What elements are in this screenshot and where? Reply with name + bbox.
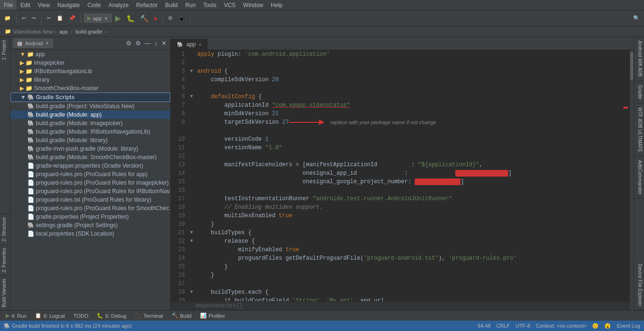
editor-scrollbar[interactable] xyxy=(630,50,634,310)
tree-build-gradle-library[interactable]: 🐘 build.gradle (Module: library) xyxy=(10,136,170,144)
status-event-log[interactable]: Event Log xyxy=(617,323,640,329)
android-dropdown[interactable]: 🤖 Android ▼ xyxy=(13,39,53,48)
menu-build[interactable]: Build xyxy=(161,0,182,10)
toolbar-avd-manager[interactable]: 📱 xyxy=(176,14,187,23)
right-tab-device-explorer[interactable]: Device File Explorer xyxy=(634,260,644,310)
status-linesep[interactable]: CRLF xyxy=(496,323,510,329)
tree-build-gradle-app[interactable]: 🐘 build.gradle (Module: app) xyxy=(10,110,170,119)
tree-build-gradle-imagepicker[interactable]: 🐘 build.gradle (Module: imagepicker) xyxy=(10,119,170,127)
tree-proguard-imagepicker[interactable]: 📄 proguard-rules.pro (ProGuard Rules for… xyxy=(10,178,170,187)
bc-app[interactable]: app xyxy=(58,29,70,34)
right-tab-adb-commander[interactable]: AdbCommander xyxy=(634,156,644,199)
tree-proguard-smooth[interactable]: 📄 proguard-rules.pro (ProGuard Rules for… xyxy=(10,204,170,212)
tree-label-proguard-txt: proguard-rules.txt (ProGuard Rules for l… xyxy=(36,196,151,203)
tree-build-gradle-smooth[interactable]: 🐘 build.gradle (Module: SmoothCheckBox-m… xyxy=(10,153,170,161)
toolbar-cut[interactable]: ✂ xyxy=(44,14,53,23)
menu-help[interactable]: Help xyxy=(267,0,286,10)
code-line-17: 17 testInstrumentationRunner "androidx.t… xyxy=(171,195,634,203)
tree-item-app[interactable]: ▼ 📁 app xyxy=(10,50,170,59)
menu-window[interactable]: Window xyxy=(239,0,267,10)
right-tab-gradle[interactable]: Gradle xyxy=(634,81,644,103)
toolbar-copy[interactable]: 📋 xyxy=(54,14,66,23)
panel-expand-btn[interactable]: ↕ xyxy=(154,39,159,48)
menu-vcs[interactable]: VCS xyxy=(220,0,240,10)
logcat-icon: 📋 xyxy=(35,313,42,319)
tree-item-library[interactable]: ▶ 📁 library xyxy=(10,76,170,84)
toolbar-project-btn[interactable]: 📁 xyxy=(2,14,13,23)
menu-file[interactable]: File xyxy=(0,0,17,10)
file-icon-wrapper: 📄 xyxy=(27,162,34,169)
left-tab-structure[interactable]: 2: Structure xyxy=(0,214,10,245)
project-panel-header: 🤖 Android ▼ ⚙ ⚙ — ↕ ✕ xyxy=(10,37,170,50)
right-tab-wifi-adb[interactable]: Android Wifi ADB xyxy=(634,37,644,81)
run-button[interactable]: ▶ xyxy=(113,12,123,24)
folder-icon-app: ▼ 📁 xyxy=(20,51,34,58)
menu-run[interactable]: Run xyxy=(182,0,200,10)
menu-analyze[interactable]: Analyze xyxy=(105,0,133,10)
tree-item-smoothcheckbox[interactable]: ▶ 📁 SmoothCheckBox-master xyxy=(10,84,170,93)
breadcrumb-project[interactable]: 📁 xyxy=(4,28,12,34)
tree-proguard-app[interactable]: 📄 proguard-rules.pro (ProGuard Rules for… xyxy=(10,170,170,178)
editor-tab-app[interactable]: 🐘 app × xyxy=(171,39,208,50)
left-tab-build-variants[interactable]: Build Variants xyxy=(0,275,10,310)
tree-section-gradle[interactable]: ▼ 🐘 Gradle Scripts xyxy=(10,93,170,102)
tree-item-imagepicker[interactable]: ▶ 📁 imagepicker xyxy=(10,59,170,67)
debug-icon: 🐛 xyxy=(97,313,103,319)
tree-gradle-mvn-push[interactable]: 🐘 gradle-mvn-push.gradle (Module: librar… xyxy=(10,144,170,153)
terminal-label: Terminal xyxy=(143,313,163,319)
toolbar-sep-5 xyxy=(190,14,191,23)
status-position[interactable]: 64:48 xyxy=(477,323,491,329)
bottom-logcat-tool[interactable]: 📋 6: Logcat xyxy=(31,312,68,320)
toolbar-sdk-manager[interactable]: ⚙ xyxy=(166,14,175,23)
bottom-build-tool[interactable]: 🔨 Build xyxy=(168,312,195,320)
toolbar-undo[interactable]: ↩ xyxy=(19,14,28,23)
bottom-profiler-tool[interactable]: 📊 Profiler xyxy=(196,312,229,320)
status-encoding[interactable]: UTF-8 xyxy=(516,323,530,329)
menu-refactor[interactable]: Refactor xyxy=(133,0,161,10)
panel-gear-btn[interactable]: ⚙ xyxy=(134,39,142,48)
toolbar-search[interactable]: 🔍 xyxy=(631,14,642,23)
tree-build-gradle-ir[interactable]: 🐘 build.gradle (Module: IRBottomNavigati… xyxy=(10,127,170,136)
tree-label-proguard-ip: proguard-rules.pro (ProGuard Rules for i… xyxy=(36,179,168,186)
bc-sep-1: VideoStatus New xyxy=(12,29,54,34)
debug-button[interactable]: 🐛 xyxy=(124,13,137,24)
tab-close-btn[interactable]: × xyxy=(199,42,201,47)
bottom-terminal-tool[interactable]: ⬛ Terminal xyxy=(131,312,167,320)
panel-close-btn[interactable]: ✕ xyxy=(160,39,167,48)
right-tab-wtf-adb[interactable]: WTF ADB ULTIMATE xyxy=(634,103,644,156)
left-tab-project[interactable]: 1: Project xyxy=(0,37,10,63)
code-line-16: 16 xyxy=(171,186,634,195)
tree-label-proguard-app: proguard-rules.pro (ProGuard Rules for a… xyxy=(36,171,148,178)
tree-gradle-wrapper[interactable]: 📄 gradle-wrapper.properties (Gradle Vers… xyxy=(10,161,170,170)
stop-button[interactable]: ■ xyxy=(151,14,159,23)
tree-local-properties[interactable]: 📄 local.properties (SDK Location) xyxy=(10,229,170,238)
run-config-selector[interactable]: ▶ app ▼ xyxy=(84,14,112,23)
tree-build-gradle-project[interactable]: 🐘 build.gradle (Project: VideoStatus New… xyxy=(10,102,170,110)
panel-collapse-btn[interactable]: — xyxy=(144,39,152,48)
editor-footer: dependencies{} xyxy=(171,301,634,310)
menu-code[interactable]: Code xyxy=(84,0,105,10)
build-button[interactable]: 🔨 xyxy=(138,13,151,24)
menu-tools[interactable]: Tools xyxy=(200,0,220,10)
toolbar-paste[interactable]: 📌 xyxy=(67,14,78,23)
bottom-run-tool[interactable]: ▶ 4: Run xyxy=(2,312,30,320)
file-icon-proguard-smooth: 📄 xyxy=(27,205,34,212)
toolbar-sep-3 xyxy=(81,14,81,23)
project-tree: ▼ 📁 app ▶ 📁 imagepicker ▶ 📁 IRBottomNavi… xyxy=(10,50,170,310)
tree-proguard-txt[interactable]: 📄 proguard-rules.txt (ProGuard Rules for… xyxy=(10,195,170,204)
tree-item-irbottom[interactable]: ▶ 📁 IRBottomNavigationLib xyxy=(10,67,170,76)
status-context[interactable]: Context: <no context> xyxy=(536,323,587,329)
menu-edit[interactable]: Edit xyxy=(17,0,34,10)
panel-sync-btn[interactable]: ⚙ xyxy=(125,39,133,48)
tree-settings-gradle[interactable]: 🐘 settings.gradle (Project Settings) xyxy=(10,221,170,229)
code-lines[interactable]: 1 apply plugin: 'com.android.application… xyxy=(171,50,634,301)
left-tab-favorites[interactable]: 2: Favorites xyxy=(0,245,10,275)
menu-view[interactable]: View xyxy=(34,0,54,10)
bottom-debug-tool[interactable]: 🐛 5: Debug xyxy=(93,312,130,320)
toolbar-redo[interactable]: ↪ xyxy=(29,14,38,23)
tree-gradle-properties[interactable]: 📄 gradle.properties (Project Properties) xyxy=(10,212,170,221)
menu-navigate[interactable]: Navigate xyxy=(54,0,84,10)
tree-label-settings-gradle: settings.gradle (Project Settings) xyxy=(36,222,117,229)
bottom-todo-tool[interactable]: TODO xyxy=(70,312,92,320)
tree-proguard-ir[interactable]: 📄 proguard-rules.pro (ProGuard Rules for… xyxy=(10,187,170,195)
